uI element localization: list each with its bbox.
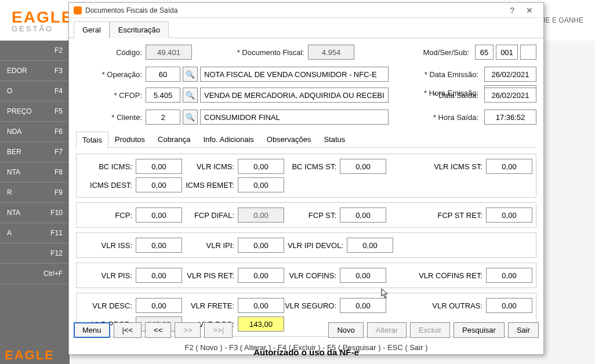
fcp-st-ret-label: FCP ST RET: — [416, 211, 486, 220]
vlr-desc-label: VLR DESC: — [80, 301, 136, 310]
vlr-cofins-ret-field[interactable] — [486, 268, 532, 283]
window-title: Documentos Fiscais de Saída — [85, 6, 177, 14]
vlr-outras-field[interactable] — [486, 298, 532, 313]
icms-remet-label: ICMS REMET: — [182, 181, 238, 190]
first-button[interactable]: |<< — [114, 322, 142, 338]
vlr-ipi-field[interactable] — [238, 238, 284, 253]
icms-dest-field[interactable] — [136, 177, 182, 192]
sidebar-item-f8[interactable]: NTAF8 — [0, 162, 70, 183]
operacao-label: * Operação: — [76, 70, 146, 79]
menu-button[interactable]: Menu — [74, 322, 110, 338]
sidebar-item-f7[interactable]: BERF7 — [0, 142, 70, 162]
cliente-search-button[interactable]: 🔍 — [183, 110, 198, 125]
sidebar-item-f3[interactable]: EDORF3 — [0, 61, 70, 81]
main-tabs: Geral Escrituração — [69, 18, 543, 38]
horasaida-label: * Hora Saída: — [433, 113, 482, 122]
cfop-field[interactable] — [146, 88, 180, 103]
vlr-pis-ret-label: VLR PIS RET: — [182, 271, 238, 280]
cfop-desc-field[interactable] — [200, 88, 389, 103]
tab-geral[interactable]: Geral — [74, 21, 110, 38]
horasaida-field[interactable] — [484, 110, 536, 125]
fcp-difal-label: FCP DIFAL: — [182, 211, 238, 220]
totals-icms-group: BC ICMS: VLR ICMS: BC ICMS ST: VLR ICMS … — [76, 154, 536, 198]
vlr-pis-field[interactable] — [136, 268, 182, 283]
sidebar-item-ctrl[interactable]: Ctrl+F — [0, 264, 70, 284]
novo-button[interactable]: Novo — [328, 322, 363, 338]
vlr-icms-field[interactable] — [238, 159, 284, 174]
cfop-label: * CFOP: — [76, 91, 146, 100]
help-button[interactable]: ? — [504, 5, 520, 16]
sidebar-item-f4[interactable]: OF4 — [0, 81, 70, 101]
sidebar-item-f9[interactable]: RF9 — [0, 183, 70, 203]
vlr-pis-ret-field[interactable] — [238, 268, 284, 283]
prev-button[interactable]: << — [145, 322, 171, 338]
vlr-seguro-field[interactable] — [340, 298, 386, 313]
sub-tabs: Totais Produtos Cobrança Info. Adicionai… — [76, 131, 536, 148]
subtab-status[interactable]: Status — [317, 131, 351, 147]
cfop-search-button[interactable]: 🔍 — [183, 88, 198, 103]
subtab-totais[interactable]: Totais — [76, 132, 108, 148]
dialog-documentos-fiscais: Documentos Fiscais de Saída ? ✕ Geral Es… — [68, 2, 544, 355]
cliente-field[interactable] — [146, 110, 180, 125]
vlr-ipi-devol-field[interactable] — [347, 238, 393, 253]
docfiscal-field — [308, 45, 354, 60]
sidebar-item-f10[interactable]: NTAF10 — [0, 203, 70, 223]
vlr-cofins-field[interactable] — [340, 268, 386, 283]
bc-icms-st-field[interactable] — [340, 159, 386, 174]
vlr-frete-label: VLR FRETE: — [182, 301, 238, 310]
codigo-field — [146, 45, 192, 60]
fcp-label: FCP: — [80, 211, 136, 220]
subtab-info-adicionais[interactable]: Info. Adicionais — [197, 131, 260, 147]
vlr-desc-field[interactable] — [136, 298, 182, 313]
button-bar: Menu |<< << >> >>| Novo Alterar Excluir … — [74, 322, 539, 338]
last-button[interactable]: >>| — [204, 322, 233, 338]
datasaida-field[interactable] — [484, 88, 536, 103]
subtab-observacoes[interactable]: Observações — [260, 131, 318, 147]
fcp-field[interactable] — [136, 208, 182, 223]
vlr-seguro-label: VLR SEGURO: — [284, 301, 340, 310]
sidebar-item-f5[interactable]: PREÇOF5 — [0, 101, 70, 122]
icms-remet-field[interactable] — [238, 177, 284, 192]
subtab-cobranca[interactable]: Cobrança — [151, 131, 197, 147]
excluir-button[interactable]: Excluir — [410, 322, 450, 338]
sidebar-item-f6[interactable]: NDAF6 — [0, 122, 70, 142]
vlr-cofins-label: VLR COFINS: — [284, 271, 340, 280]
vlr-frete-field[interactable] — [238, 298, 284, 313]
footer-shortcuts: F2 ( Novo ) - F3 ( Alterar ) - F4 ( Excl… — [69, 343, 543, 352]
sidebar-item-f11[interactable]: AF11 — [0, 223, 70, 243]
window-icon — [74, 6, 82, 14]
totals-iss-group: VLR ISS: VLR IPI: VLR IPI DEVOL: — [76, 232, 536, 258]
fcp-st-field[interactable] — [340, 208, 386, 223]
modsersub-label: Mod/Ser/Sub: — [423, 48, 473, 57]
fcp-difal-field — [238, 208, 284, 223]
fcp-st-ret-field[interactable] — [486, 208, 532, 223]
alterar-button[interactable]: Alterar — [367, 322, 407, 338]
vlr-icms-label: VLR ICMS: — [182, 162, 238, 171]
operacao-search-button[interactable]: 🔍 — [183, 67, 198, 82]
vlr-icms-st-field[interactable] — [486, 159, 532, 174]
bc-icms-field[interactable] — [136, 159, 182, 174]
cliente-desc-field[interactable] — [200, 110, 389, 125]
close-button[interactable]: ✕ — [520, 5, 539, 16]
mod-field[interactable] — [475, 45, 494, 60]
sair-button[interactable]: Sair — [508, 322, 539, 338]
tab-escrituracao[interactable]: Escrituração — [110, 21, 169, 38]
pesquisar-button[interactable]: Pesquisar — [453, 322, 505, 338]
vlr-ipi-label: VLR IPI: — [182, 241, 238, 250]
titlebar: Documentos Fiscais de Saída ? ✕ — [69, 3, 543, 18]
ser-field[interactable] — [496, 45, 518, 60]
vlr-iss-label: VLR ISS: — [80, 241, 136, 250]
sub-field[interactable] — [520, 45, 536, 60]
next-button[interactable]: >> — [175, 322, 201, 338]
totals-pis-group: VLR PIS: VLR PIS RET: VLR COFINS: VLR CO… — [76, 263, 536, 288]
operacao-field[interactable] — [146, 67, 180, 82]
vlr-iss-field[interactable] — [136, 238, 182, 253]
logo-bottom: EAGLE — [5, 348, 55, 363]
sidebar-item-f12[interactable]: F12 — [0, 243, 70, 264]
operacao-desc-field[interactable] — [200, 67, 389, 82]
fcp-st-label: FCP ST: — [284, 211, 340, 220]
dataemissao-field[interactable] — [484, 67, 536, 82]
subtab-produtos[interactable]: Produtos — [108, 131, 151, 147]
sidebar-item-f2[interactable]: F2 — [0, 41, 70, 61]
bc-icms-st-label: BC ICMS ST: — [284, 162, 340, 171]
